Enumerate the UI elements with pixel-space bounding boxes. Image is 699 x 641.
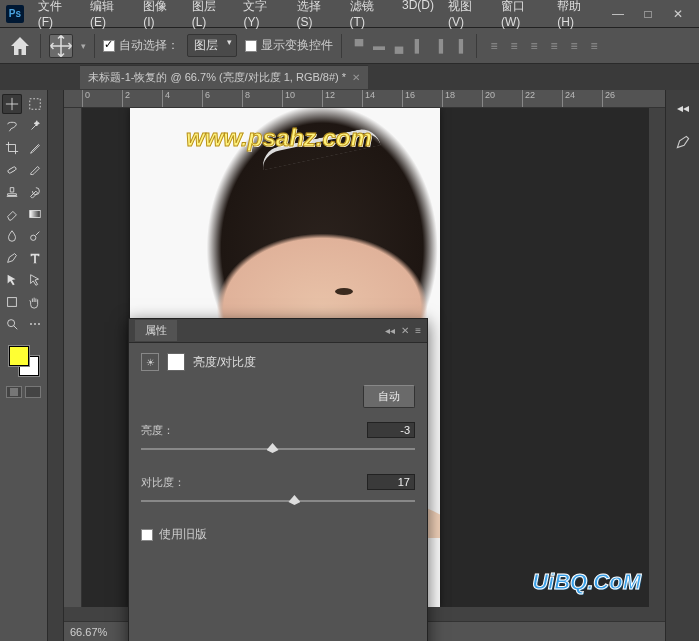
window-minimize[interactable]: — <box>603 4 633 24</box>
eyedropper-tool[interactable] <box>25 138 45 158</box>
align-hcenter-icon[interactable]: ▐ <box>430 37 448 55</box>
menu-filter[interactable]: 滤镜(T) <box>344 0 394 33</box>
brightness-label: 亮度： <box>141 423 174 438</box>
menu-3d[interactable]: 3D(D) <box>396 0 440 33</box>
align-vcenter-icon[interactable]: ▬ <box>370 37 388 55</box>
right-panel-strip[interactable]: ◂◂ <box>665 90 699 641</box>
menu-edit[interactable]: 编辑(E) <box>84 0 135 33</box>
align-right-icon[interactable]: ▐ <box>450 37 468 55</box>
menu-select[interactable]: 选择(S) <box>291 0 342 33</box>
menu-help[interactable]: 帮助(H) <box>551 0 603 33</box>
align-icons: ▀ ▬ ▄ ▌ ▐ ▐ <box>350 37 468 55</box>
distribute-left-icon[interactable]: ≡ <box>545 37 563 55</box>
home-icon[interactable] <box>8 34 32 58</box>
menu-type[interactable]: 文字(Y) <box>237 0 288 33</box>
ruler-tick: 20 <box>482 90 522 107</box>
brightness-value-input[interactable] <box>367 422 415 438</box>
menu-bar: 文件(F) 编辑(E) 图像(I) 图层(L) 文字(Y) 选择(S) 滤镜(T… <box>32 0 603 33</box>
pen-panel-icon[interactable] <box>671 130 695 154</box>
document-tab[interactable]: 未标题-1-恢复的 @ 66.7% (亮度/对比度 1, RGB/8#) * ✕ <box>80 65 368 89</box>
crop-tool[interactable] <box>2 138 22 158</box>
checkbox-icon <box>245 40 257 52</box>
auto-select-checkbox[interactable]: 自动选择： <box>103 37 179 54</box>
menu-window[interactable]: 窗口(W) <box>495 0 549 33</box>
distribute-hcenter-icon[interactable]: ≡ <box>565 37 583 55</box>
direct-select-tool[interactable] <box>25 270 45 290</box>
ruler-tick: 24 <box>562 90 602 107</box>
properties-panel[interactable]: 属性 ◂◂ ✕ ≡ ☀ 亮度/对比度 自动 亮度： <box>128 318 428 641</box>
ruler-tick: 10 <box>282 90 322 107</box>
collapse-panel-icon[interactable]: ◂◂ <box>671 96 695 120</box>
checkbox-icon <box>103 40 115 52</box>
auto-button[interactable]: 自动 <box>363 385 415 408</box>
blur-tool[interactable] <box>2 226 22 246</box>
dodge-tool[interactable] <box>25 226 45 246</box>
foreground-color[interactable] <box>9 346 29 366</box>
menu-view[interactable]: 视图(V) <box>442 0 493 33</box>
watermark-uibq: UiBQ.CoM <box>532 569 641 595</box>
ruler-vertical[interactable] <box>64 108 82 607</box>
align-bottom-icon[interactable]: ▄ <box>390 37 408 55</box>
quickmask-icon[interactable] <box>6 386 22 398</box>
scrollbar-vertical[interactable] <box>649 108 665 607</box>
color-swatches[interactable] <box>9 346 39 376</box>
show-transform-checkbox[interactable]: 显示变换控件 <box>245 37 333 54</box>
svg-rect-1 <box>7 166 16 173</box>
pen-tool[interactable] <box>2 248 22 268</box>
panel-tab-bar[interactable]: 属性 ◂◂ ✕ ≡ <box>129 319 427 343</box>
window-close[interactable]: ✕ <box>663 4 693 24</box>
align-left-icon[interactable]: ▌ <box>410 37 428 55</box>
brush-tool[interactable] <box>25 160 45 180</box>
svg-point-3 <box>30 235 35 240</box>
auto-select-target-dropdown[interactable]: 图层 <box>187 34 237 57</box>
window-maximize[interactable]: □ <box>633 4 663 24</box>
move-tool-preset-icon[interactable] <box>49 34 73 58</box>
move-tool[interactable] <box>2 94 22 114</box>
eraser-tool[interactable] <box>2 204 22 224</box>
panel-close-icon[interactable]: ✕ <box>401 325 409 336</box>
history-brush-tool[interactable] <box>25 182 45 202</box>
brightness-slider[interactable] <box>141 442 415 456</box>
divider <box>341 34 342 58</box>
contrast-slider[interactable] <box>141 494 415 508</box>
ruler-horizontal[interactable]: 0 2 4 6 8 10 12 14 16 18 20 22 24 26 <box>64 90 665 108</box>
ruler-tick: 14 <box>362 90 402 107</box>
lasso-tool[interactable] <box>2 116 22 136</box>
distribute-top-icon[interactable]: ≡ <box>485 37 503 55</box>
panel-collapse-icon[interactable]: ◂◂ <box>385 325 395 336</box>
align-top-icon[interactable]: ▀ <box>350 37 368 55</box>
use-legacy-checkbox[interactable]: 使用旧版 <box>141 526 415 543</box>
zoom-tool[interactable] <box>2 314 22 334</box>
panel-menu-icon[interactable]: ≡ <box>415 325 421 336</box>
healing-tool[interactable] <box>2 160 22 180</box>
marquee-tool[interactable] <box>25 94 45 114</box>
svg-point-5 <box>8 320 15 327</box>
wand-tool[interactable] <box>25 116 45 136</box>
stamp-tool[interactable] <box>2 182 22 202</box>
mask-thumb-icon[interactable] <box>167 353 185 371</box>
left-panel-strip[interactable] <box>48 90 64 641</box>
distribute-bottom-icon[interactable]: ≡ <box>525 37 543 55</box>
checkbox-icon <box>141 529 153 541</box>
gradient-tool[interactable] <box>25 204 45 224</box>
menu-image[interactable]: 图像(I) <box>137 0 184 33</box>
ruler-tick: 22 <box>522 90 562 107</box>
distribute-vcenter-icon[interactable]: ≡ <box>505 37 523 55</box>
contrast-label: 对比度： <box>141 475 185 490</box>
edit-toolbar-icon[interactable]: ⋯ <box>25 314 45 334</box>
ruler-tick: 12 <box>322 90 362 107</box>
contrast-value-input[interactable] <box>367 474 415 490</box>
panel-tab-properties[interactable]: 属性 <box>135 320 177 341</box>
menu-layer[interactable]: 图层(L) <box>186 0 236 33</box>
type-tool[interactable] <box>25 248 45 268</box>
ruler-tick: 2 <box>122 90 162 107</box>
path-select-tool[interactable] <box>2 270 22 290</box>
hand-tool[interactable] <box>25 292 45 312</box>
distribute-right-icon[interactable]: ≡ <box>585 37 603 55</box>
screenmode-icon[interactable] <box>25 386 41 398</box>
close-tab-icon[interactable]: ✕ <box>352 72 360 83</box>
document-tab-label: 未标题-1-恢复的 @ 66.7% (亮度/对比度 1, RGB/8#) * <box>88 70 346 85</box>
menu-file[interactable]: 文件(F) <box>32 0 82 33</box>
toolbox: ⋯ <box>0 90 48 641</box>
shape-tool[interactable] <box>2 292 22 312</box>
